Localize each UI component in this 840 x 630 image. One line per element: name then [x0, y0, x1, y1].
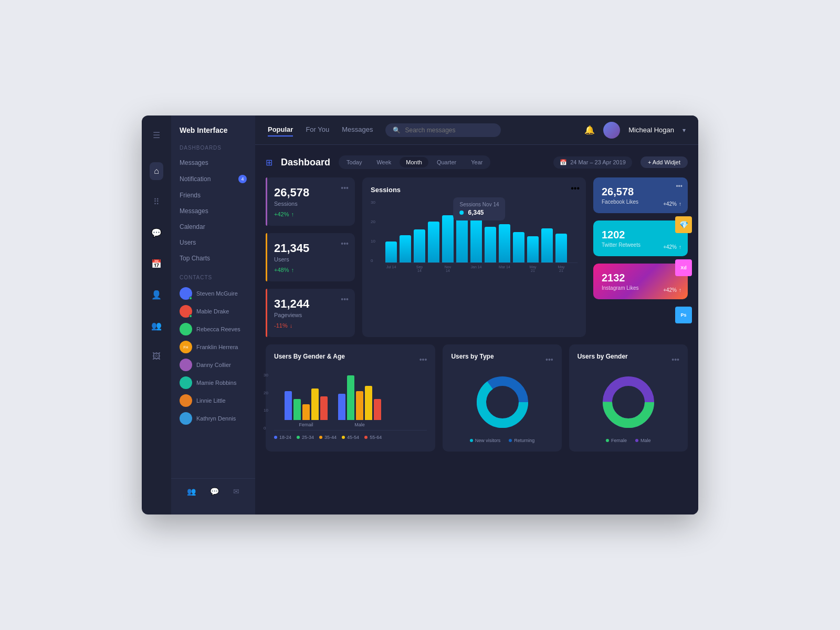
legend-2534: 25-34 [297, 435, 314, 440]
add-widget-button[interactable]: + Add Widjet [640, 156, 688, 168]
female-bar-3544 [302, 404, 310, 420]
users-type-more-btn[interactable]: ••• [545, 355, 553, 364]
filter-month[interactable]: Month [400, 157, 428, 167]
pageviews-more-btn[interactable]: ••• [341, 295, 349, 303]
facebook-value: 26,578 [602, 186, 679, 198]
gender-age-header: Users By Gender & Age ••• [274, 353, 427, 366]
bar [414, 229, 425, 262]
filter-quarter[interactable]: Quarter [430, 157, 463, 167]
contact-avatar-rebecca [180, 323, 192, 335]
nav-calendar[interactable]: Calendar [171, 219, 255, 235]
contact-avatar-linnie [180, 394, 192, 407]
online-indicator [189, 314, 192, 318]
nav-calendar-label: Calendar [180, 223, 205, 230]
bar-nov14 [442, 215, 454, 262]
image-icon[interactable]: 🖼 [148, 348, 165, 365]
sessions-more-btn[interactable]: ••• [341, 184, 349, 192]
contact-franklin[interactable]: FH Franklin Herrera [171, 338, 255, 356]
date-range-text: 24 Mar – 23 Apr 2019 [570, 159, 626, 165]
instagram-change-value: +42% [663, 287, 677, 293]
nav-messages[interactable]: Messages [171, 155, 255, 171]
chevron-down-icon[interactable]: ▾ [682, 127, 686, 134]
sessions-chart-title: Sessions [371, 186, 578, 194]
search-input[interactable] [405, 127, 494, 134]
contact-mamie[interactable]: Mamie Robbins [171, 374, 255, 392]
filter-today[interactable]: Today [340, 157, 368, 167]
gender-age-more-btn[interactable]: ••• [419, 355, 427, 364]
nav-messages-2[interactable]: Messages [171, 203, 255, 219]
pageviews-change: -11% ↓ [274, 322, 346, 329]
chat-icon[interactable]: 💬 [147, 224, 166, 242]
contact-linnie[interactable]: Linnie Little [171, 392, 255, 410]
bar [470, 219, 482, 262]
contact-name-steven: Steven McGuire [196, 290, 238, 297]
group-icon[interactable]: 👥 [147, 317, 166, 335]
filter-year[interactable]: Year [465, 157, 489, 167]
ga-y-20: 20 [264, 391, 268, 395]
user-icon[interactable]: 👤 [147, 286, 166, 304]
legend-dot [635, 439, 638, 442]
legend-label-3544: 35-44 [324, 435, 337, 440]
date-range[interactable]: 📅 24 Mar – 23 Apr 2019 [553, 156, 632, 169]
facebook-more-btn[interactable]: ••• [676, 183, 682, 190]
male-bars [338, 375, 381, 420]
tab-popular[interactable]: Popular [268, 123, 293, 136]
users-type-donut [451, 371, 553, 434]
users-by-type-title: Users by Type [451, 353, 494, 360]
bottom-group-icon[interactable]: 👥 [187, 487, 196, 496]
nav-users[interactable]: Users [171, 235, 255, 250]
filter-week[interactable]: Week [370, 157, 397, 167]
contact-steven[interactable]: Steven McGuire [171, 285, 255, 302]
contact-mable[interactable]: Mable Drake [171, 302, 255, 320]
bottom-chat-icon[interactable]: 💬 [210, 487, 219, 496]
gender-age-legend: 18-24 25-34 35-44 45-54 [274, 435, 427, 440]
bar [499, 224, 510, 262]
calendar-icon[interactable]: 📅 [147, 255, 166, 273]
contact-kathryn[interactable]: Kathryn Dennis [171, 410, 255, 427]
nav-friends[interactable]: Friends [171, 187, 255, 203]
dashboards-section-title: Dashboards [171, 145, 255, 155]
contact-avatar-mable [180, 305, 192, 318]
contact-danny[interactable]: Danny Collier [171, 356, 255, 374]
bar [428, 222, 439, 262]
x-label-may21a: May 21 [527, 265, 539, 272]
facebook-change: +42% ↑ [663, 201, 681, 207]
home-icon[interactable]: ⌂ [150, 162, 163, 180]
twitter-change: +42% ↑ [663, 244, 681, 250]
dashboard: ⊞ Dashboard Today Week Month Quarter Yea… [255, 145, 698, 514]
bar-may21b [555, 234, 567, 262]
grid-dots-icon[interactable]: ⠿ [149, 193, 164, 211]
female-bar-5564 [320, 396, 328, 420]
x-label-empty6 [541, 265, 553, 272]
sessions-chart-more-btn[interactable]: ••• [571, 184, 580, 193]
ga-y-0: 0 [264, 426, 268, 430]
bell-icon[interactable]: 🔔 [584, 125, 595, 135]
ps-icon-area: Ps [593, 307, 688, 311]
bottom-mail-icon[interactable]: ✉ [233, 487, 239, 496]
ga-y-axis: 30 20 10 0 [264, 373, 268, 430]
contact-rebecca[interactable]: Rebecca Reeves [171, 320, 255, 338]
male-group: Male [338, 375, 381, 427]
x-label-may21b: May 21 [555, 265, 567, 272]
bar-8 [485, 227, 496, 262]
instagram-card: ••• 2132 Instagram Likes +42% ↑ Xd [593, 264, 688, 299]
nav-top-charts[interactable]: Top Charts [171, 250, 255, 266]
contact-name-franklin: Franklin Herrera [196, 344, 238, 350]
twitter-value: 1202 [602, 229, 679, 241]
gender-age-title: Users By Gender & Age [274, 353, 345, 360]
tab-for-you[interactable]: For You [306, 123, 329, 136]
online-indicator [189, 297, 192, 300]
users-gender-more-btn[interactable]: ••• [671, 355, 679, 364]
y-label-20: 20 [371, 219, 375, 224]
users-by-gender-title: Users by Gender [578, 353, 628, 360]
bar-10 [513, 232, 524, 262]
nav-notification[interactable]: Notification 4 [171, 171, 255, 187]
top-nav-tabs: Popular For You Messages [268, 123, 373, 136]
chart-wrapper: 30 20 10 0 Sessions Nov 14 6,345 [371, 200, 578, 272]
bar-12 [541, 228, 553, 262]
users-more-btn[interactable]: ••• [341, 239, 349, 248]
hamburger-menu-icon[interactable]: ☰ [149, 126, 164, 144]
search-bar[interactable]: 🔍 [385, 123, 501, 137]
tab-messages[interactable]: Messages [342, 123, 373, 136]
accent-bar [266, 177, 267, 226]
